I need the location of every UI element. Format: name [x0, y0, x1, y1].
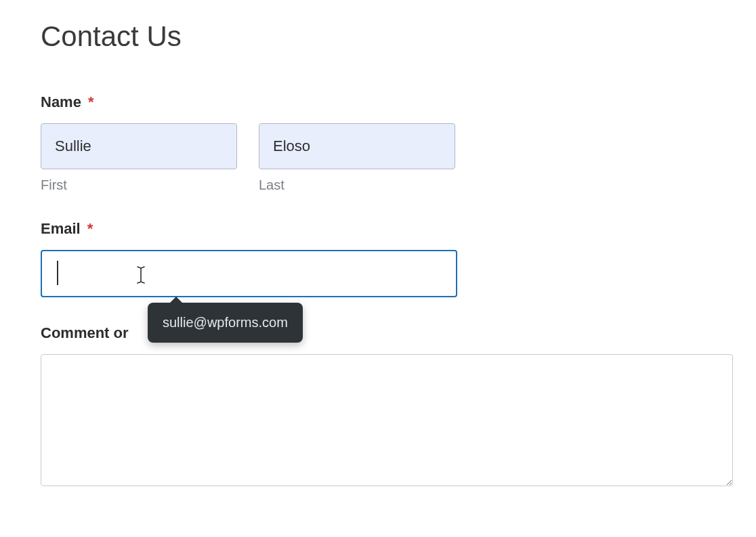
required-asterisk-icon: *: [88, 93, 94, 110]
page-title: Contact Us: [41, 20, 715, 53]
first-name-sublabel: First: [41, 177, 237, 193]
last-name-input[interactable]: [259, 123, 455, 169]
text-caret-icon: [57, 261, 58, 285]
name-label: Name *: [41, 93, 715, 111]
required-asterisk-icon: *: [87, 220, 93, 237]
email-field-group: Email * sullie@wpforms.com: [41, 220, 715, 297]
email-input-wrapper: sullie@wpforms.com: [41, 250, 457, 297]
comment-field-group: Comment or: [41, 324, 715, 489]
comment-textarea[interactable]: [41, 354, 733, 486]
comment-label-text: Comment or: [41, 324, 129, 341]
first-name-col: First: [41, 123, 237, 193]
comment-label: Comment or: [41, 324, 715, 342]
first-name-input[interactable]: [41, 123, 237, 169]
name-row: First Last: [41, 123, 715, 193]
email-label-text: Email: [41, 220, 81, 237]
name-field-group: Name * First Last: [41, 93, 715, 193]
autofill-suggestion-tooltip[interactable]: sullie@wpforms.com: [148, 303, 303, 343]
last-name-col: Last: [259, 123, 455, 193]
last-name-sublabel: Last: [259, 177, 455, 193]
email-label: Email *: [41, 220, 715, 238]
name-label-text: Name: [41, 93, 81, 110]
email-input[interactable]: [41, 250, 457, 297]
